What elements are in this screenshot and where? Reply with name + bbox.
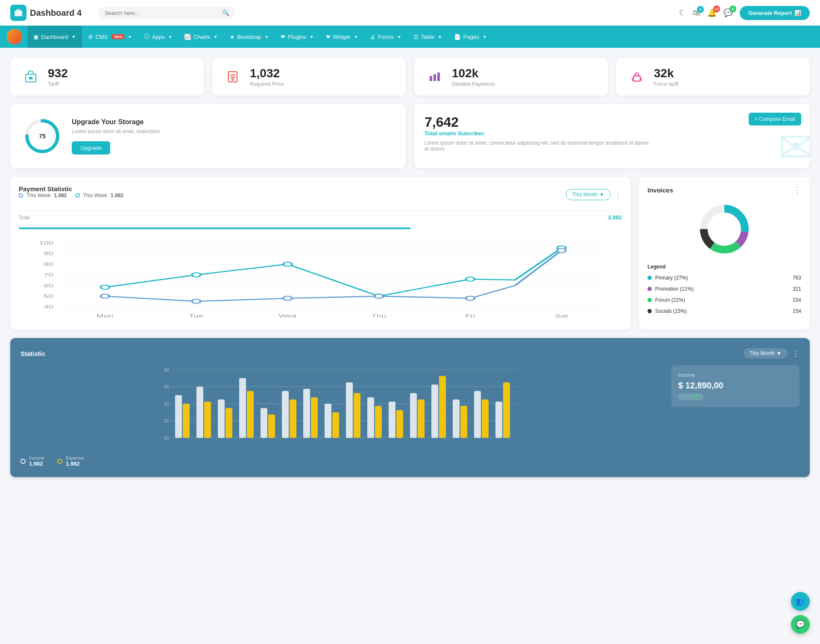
main-content: 932 Tariff 1,032 Required Price [0, 48, 820, 487]
svg-point-46 [375, 294, 383, 298]
svg-rect-77 [311, 397, 318, 438]
nav-item-apps[interactable]: ⓘ Apps ▼ [138, 26, 179, 48]
svg-text:70: 70 [44, 273, 53, 277]
forum-color-dot [647, 298, 652, 302]
svg-rect-94 [495, 402, 502, 438]
required-price-label: Required Price [250, 81, 284, 87]
svg-text:Tue: Tue [189, 314, 204, 318]
nav-item-forms[interactable]: 🖨 Forms ▼ [364, 26, 407, 48]
nav-item-table[interactable]: ☰ Table ▼ [407, 26, 448, 48]
statistic-month-filter-button[interactable]: This Month ▼ [744, 348, 788, 358]
nav-item-charts[interactable]: 📈 Charts ▼ [178, 26, 223, 48]
svg-rect-83 [375, 406, 382, 438]
legend-dot-blue [19, 193, 23, 198]
chat-icon[interactable]: 💬 5 [723, 8, 733, 17]
cart-badge: 2 [697, 6, 704, 13]
generate-report-button[interactable]: Generate Report 📊 [740, 6, 810, 20]
svg-rect-93 [482, 399, 489, 438]
svg-rect-78 [325, 404, 331, 438]
svg-text:Wed: Wed [279, 314, 296, 318]
nav-item-dashboard[interactable]: ▣ Dashboard ▼ [27, 26, 82, 48]
svg-text:60: 60 [44, 283, 53, 288]
svg-text:Mon: Mon [97, 314, 113, 318]
legend-dot-teal [76, 193, 80, 198]
invoice-legend-item-0: Primary (27%) 763 [647, 272, 801, 283]
income-panel-badge: ▲ +15% [678, 393, 703, 400]
moon-icon[interactable]: ☾ [679, 8, 686, 17]
income-panel-amount: $ 12,890,00 [678, 381, 793, 390]
svg-rect-3 [29, 77, 32, 79]
middle-row: 75 Upgrade Your Storage Lorem ipsum dolo… [10, 104, 810, 168]
logo-icon [10, 5, 26, 21]
svg-text:90: 90 [44, 251, 53, 256]
bell-badge: 12 [713, 6, 720, 12]
bell-icon[interactable]: 🔔 12 [707, 8, 717, 17]
svg-rect-73 [268, 414, 275, 438]
nav-item-bootstrap[interactable]: ★ Bootstrap ▼ [224, 26, 275, 48]
email-description: Lorem ipsum dolor sit amet, consectetur … [425, 140, 650, 152]
statistic-title: Statistic [20, 350, 45, 357]
printer-icon: 🖨 [370, 34, 375, 40]
search-input[interactable] [105, 10, 219, 16]
invoices-card: Invoices ⋮ Legend [639, 177, 810, 329]
income-legend-dot [20, 459, 26, 464]
svg-rect-87 [418, 399, 425, 438]
svg-rect-79 [332, 412, 339, 438]
chat-badge: 5 [729, 6, 736, 12]
email-subtitle: Total emails Subcriber. [425, 130, 800, 137]
legend-title: Legend [647, 264, 801, 270]
navbar: ▣ Dashboard ▼ ⚙ CMS New ▼ ⓘ Apps ▼ 📈 Cha… [0, 26, 820, 48]
svg-rect-86 [410, 393, 417, 438]
chart-more-button[interactable]: ⋮ [614, 190, 622, 199]
nav-item-cms[interactable]: ⚙ CMS New ▼ [82, 26, 138, 48]
donut-chart [647, 201, 801, 257]
svg-point-38 [192, 273, 200, 277]
svg-rect-71 [247, 391, 254, 438]
tariff-icon [20, 67, 41, 87]
svg-rect-66 [196, 387, 203, 438]
nav-item-widget[interactable]: ❤ Widget ▼ [320, 26, 364, 48]
invoices-more-button[interactable]: ⋮ [794, 185, 801, 195]
chart-legend: This Week 1.982 This Week 1.982 [19, 192, 123, 198]
detailed-payments-label: Detalled Payments [452, 81, 495, 87]
stat-card-tariff: 932 Tariff [10, 58, 204, 96]
svg-text:30: 30 [164, 402, 169, 406]
svg-point-48 [557, 248, 566, 253]
header-icons: ☾ 🛍 2 🔔 12 💬 5 Generate Report 📊 [679, 6, 810, 20]
svg-rect-64 [175, 395, 182, 438]
chart-header: Payment Statistic This Week 1.982 This W… [19, 185, 622, 204]
statistic-card: Statistic This Month ▼ ⋮ 50 [10, 338, 810, 477]
svg-rect-75 [290, 399, 296, 438]
svg-point-43 [101, 294, 109, 298]
invoice-legend-item-3: Socials (15%) 154 [647, 306, 801, 317]
legend-item-0: This Week 1.982 [19, 192, 67, 198]
stat-card-detailed-payments: 102k Detalled Payments [414, 58, 608, 96]
pages-icon: 📄 [454, 34, 461, 40]
table-icon: ☰ [413, 34, 419, 40]
svg-rect-81 [354, 393, 360, 438]
email-card: 7,642 Total emails Subcriber. Lorem ipsu… [414, 104, 810, 168]
svg-point-44 [192, 299, 200, 303]
storage-progress: 75 [23, 117, 62, 155]
search-bar[interactable]: 🔍 [99, 7, 235, 19]
upgrade-button[interactable]: Upgrade [72, 141, 110, 154]
cart-icon[interactable]: 🛍 2 [693, 9, 700, 17]
invoice-legend: Legend Primary (27%) 763 Promotion (11%)… [647, 264, 801, 317]
email-number: 7,642 [425, 114, 800, 130]
nav-item-plugins[interactable]: ❤ Plugins ▼ [275, 26, 320, 48]
income-legend-item: Income 1.982 [20, 455, 44, 467]
app-title: Dashboard 4 [30, 8, 82, 18]
statistic-more-button[interactable]: ⋮ [792, 349, 800, 358]
this-month-filter-button[interactable]: This Month ▼ [566, 189, 611, 200]
stat-card-required-price: 1,032 Required Price [212, 58, 406, 96]
line-chart-svg: 100 90 80 70 60 50 40 Mon Tue Wed Thu Fr… [19, 234, 622, 320]
svg-point-47 [466, 296, 474, 300]
socials-color-dot [647, 309, 652, 313]
statistic-bar-chart: 50 40 30 20 10 [20, 365, 663, 451]
storage-title: Upgrade Your Storage [72, 118, 161, 126]
svg-text:Sat: Sat [555, 314, 568, 318]
svg-text:50: 50 [44, 294, 53, 299]
nav-item-pages[interactable]: 📄 Pages ▼ [448, 26, 493, 48]
gear-icon: ⚙ [88, 34, 93, 40]
svg-text:80: 80 [44, 262, 53, 267]
